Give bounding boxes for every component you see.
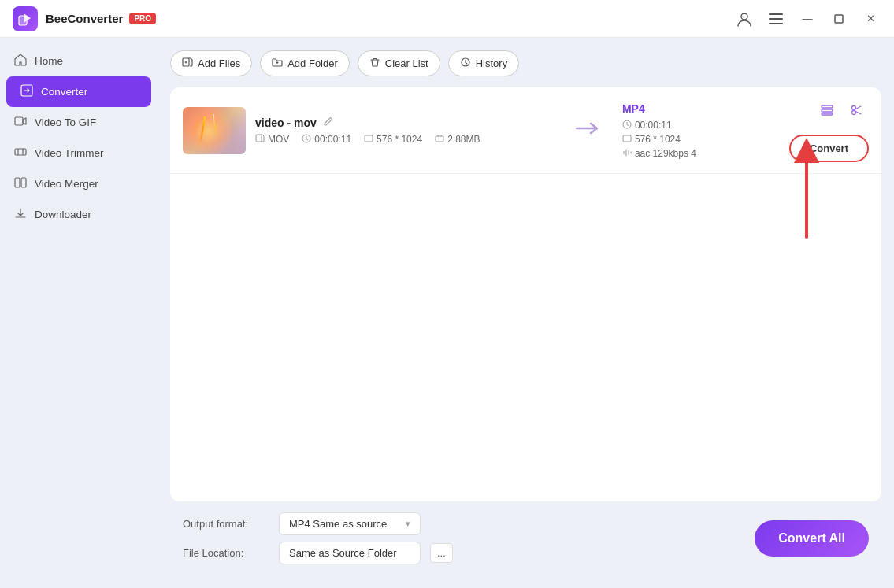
file-location-value: Same as Source Folder (279, 542, 421, 564)
add-files-label: Add Files (198, 57, 240, 69)
dropdown-arrow-icon: ▾ (406, 519, 410, 529)
svg-rect-13 (21, 178, 26, 187)
file-actions: Convert (789, 98, 869, 162)
svg-rect-19 (436, 136, 443, 142)
output-format-label: Output format: (183, 518, 269, 530)
file-thumbnail (183, 107, 246, 154)
svg-point-26 (852, 111, 856, 115)
app-name: BeeConverter (46, 12, 123, 25)
sidebar-label-home: Home (35, 55, 63, 67)
add-files-button[interactable]: Add Files (170, 50, 252, 76)
output-resolution-value: 576 * 1024 (635, 134, 681, 145)
video-to-gif-icon (14, 115, 27, 130)
svg-rect-23 (822, 109, 833, 112)
converter-icon (20, 84, 33, 99)
output-duration-icon (622, 120, 632, 131)
file-list-area: video - mov (170, 87, 881, 501)
user-icon[interactable] (733, 8, 755, 30)
file-location-label: File Location: (183, 547, 269, 559)
output-format-select-value: MP4 Same as source (289, 518, 387, 530)
pro-badge: Pro (129, 13, 156, 24)
action-icons (815, 98, 869, 122)
close-button[interactable]: ✕ (859, 8, 881, 30)
add-folder-icon (272, 57, 283, 70)
sidebar-item-video-merger[interactable]: Video Merger (0, 168, 158, 199)
content-area: Add Files Add Folder Clear List (158, 38, 894, 588)
output-audio-value: aac 129kbps 4 (635, 148, 696, 159)
video-merger-icon (14, 176, 27, 191)
svg-point-25 (852, 106, 856, 110)
output-format: MP4 (622, 102, 780, 115)
svg-rect-22 (822, 105, 833, 108)
svg-rect-12 (15, 178, 20, 187)
bottom-bar: Output format: MP4 Same as source ▾ File… (170, 501, 881, 575)
edit-icon[interactable] (323, 116, 334, 129)
source-resolution-value: 576 * 1024 (377, 134, 422, 145)
sidebar-label-video-to-gif: Video To GIF (35, 116, 96, 128)
svg-rect-3 (769, 13, 783, 15)
app-logo (13, 6, 38, 31)
output-duration-value: 00:00:11 (635, 120, 672, 131)
svg-rect-24 (822, 113, 833, 115)
clear-list-button[interactable]: Clear List (358, 50, 440, 76)
svg-rect-5 (769, 23, 783, 24)
menu-icon[interactable] (765, 8, 787, 30)
svg-rect-16 (256, 135, 262, 142)
maximize-button[interactable] (828, 8, 850, 30)
file-name: video - mov (255, 116, 317, 129)
minimize-button[interactable]: — (796, 8, 818, 30)
convert-button[interactable]: Convert (789, 135, 869, 162)
file-name-row: video - mov (255, 116, 553, 129)
settings-icon-btn[interactable] (815, 98, 839, 122)
output-duration: 00:00:11 (622, 120, 780, 131)
location-text: Same as Source Folder (289, 547, 397, 559)
source-duration-value: 00:00:11 (314, 134, 351, 145)
history-button[interactable]: History (448, 50, 519, 76)
add-folder-label: Add Folder (287, 57, 338, 69)
bottom-left: Output format: MP4 Same as source ▾ File… (183, 512, 453, 564)
audio-icon (622, 148, 632, 159)
source-format: MOV (255, 134, 289, 145)
svg-point-2 (741, 13, 747, 20)
titlebar-controls: — ✕ (733, 8, 881, 30)
sidebar-label-video-trimmer: Video Trimmer (35, 147, 104, 159)
convert-arrow-icon (575, 120, 600, 141)
output-meta: 00:00:11 576 * 1024 (622, 120, 780, 159)
sidebar: Home Converter Video To GIF (0, 38, 158, 588)
history-icon (460, 57, 471, 70)
titlebar: BeeConverter Pro — ✕ (0, 0, 894, 38)
location-dots-button[interactable]: ... (430, 543, 453, 563)
sidebar-item-video-to-gif[interactable]: Video To GIF (0, 107, 158, 138)
file-location-field: File Location: Same as Source Folder ... (183, 542, 453, 564)
sidebar-label-converter: Converter (41, 86, 87, 98)
video-trimmer-icon (14, 146, 27, 161)
output-audio: aac 129kbps 4 (622, 148, 780, 159)
sidebar-item-video-trimmer[interactable]: Video Trimmer (0, 138, 158, 168)
svg-rect-9 (15, 149, 26, 155)
resolution-icon (364, 134, 373, 145)
sidebar-label-video-merger: Video Merger (35, 178, 98, 190)
format-icon (255, 134, 265, 145)
history-label: History (476, 57, 507, 69)
output-format-select[interactable]: MP4 Same as source ▾ (279, 512, 421, 535)
scissors-icon-btn[interactable] (845, 98, 869, 122)
source-resolution: 576 * 1024 (364, 134, 422, 145)
duration-icon (302, 134, 311, 145)
file-item: video - mov (170, 87, 881, 174)
output-format-field: Output format: MP4 Same as source ▾ (183, 512, 453, 535)
home-icon (14, 54, 27, 68)
sidebar-item-downloader[interactable]: Downloader (0, 199, 158, 230)
source-size: 2.88MB (435, 134, 480, 145)
size-icon (435, 134, 444, 145)
svg-rect-8 (15, 117, 23, 125)
sidebar-item-home[interactable]: Home (0, 46, 158, 76)
clear-list-label: Clear List (385, 57, 428, 69)
svg-rect-4 (769, 18, 783, 20)
clear-list-icon (369, 57, 380, 70)
sidebar-item-converter[interactable]: Converter (6, 76, 151, 107)
output-resolution: 576 * 1024 (622, 134, 780, 145)
source-format-value: MOV (268, 134, 289, 145)
output-info: MP4 00:00:11 (622, 102, 780, 159)
convert-all-button[interactable]: Convert All (755, 520, 869, 557)
add-folder-button[interactable]: Add Folder (260, 50, 350, 76)
